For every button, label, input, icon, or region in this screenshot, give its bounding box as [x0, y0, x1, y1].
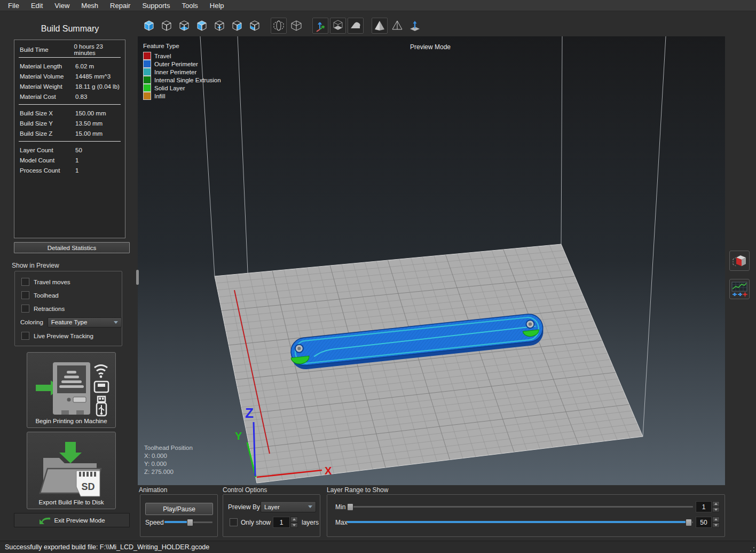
variable-settings-icon — [731, 281, 748, 298]
spin-down-button[interactable] — [712, 523, 720, 528]
begin-printing-button[interactable]: Begin Printing on Machine — [27, 352, 116, 428]
min-slider-handle[interactable] — [347, 503, 353, 511]
speed-label: Speed — [145, 519, 164, 526]
legend-item: Solid Layer — [143, 84, 221, 92]
usb-icon — [97, 396, 106, 416]
view-cube-solid-icon[interactable] — [141, 18, 157, 34]
spin-up-button[interactable] — [712, 501, 720, 507]
max-layer-spinbox[interactable]: 50 — [696, 517, 720, 528]
status-bar: Successfully exported build file: F:\\Mi… — [0, 541, 756, 553]
variable-settings-button[interactable] — [729, 279, 750, 299]
menu-item-file[interactable]: File — [2, 1, 25, 11]
menu-item-mesh[interactable]: Mesh — [75, 1, 104, 11]
legend-item: Travel — [143, 52, 221, 60]
max-label: Max — [335, 519, 348, 526]
spin-down-button[interactable] — [290, 523, 298, 528]
preview-by-dropdown[interactable]: Layer — [261, 501, 316, 512]
preview-checkbox-row: Retractions — [15, 302, 122, 315]
stat-value: 1 — [75, 167, 78, 174]
cross-section-tool-button[interactable] — [729, 251, 750, 271]
show-travel-plane-icon[interactable] — [348, 18, 364, 34]
spin-up-button[interactable] — [290, 517, 298, 523]
view-cube-right-icon[interactable] — [229, 18, 245, 34]
status-message: Successfully exported build file: F:\\Mi… — [5, 543, 209, 551]
summary-row: Material Cost0.83 — [14, 91, 125, 102]
exit-preview-mode-button[interactable]: Exit Preview Mode — [14, 513, 130, 527]
min-spin-value[interactable]: 1 — [696, 501, 712, 512]
toolhead-checkbox[interactable] — [21, 291, 29, 299]
surface-normals-icon[interactable] — [407, 18, 423, 34]
cross-section-icon[interactable] — [271, 18, 287, 34]
stat-label: Build Size X — [14, 110, 75, 116]
speed-slider-fill — [164, 521, 189, 523]
scene-canvas: X Y Z — [138, 36, 725, 485]
show-axes-icon[interactable] — [312, 18, 328, 34]
speed-slider-handle[interactable] — [187, 519, 193, 526]
layers-spinbox[interactable]: 1 — [273, 517, 298, 528]
cross-section-cube-icon — [731, 253, 747, 269]
menu-item-view[interactable]: View — [49, 1, 75, 11]
stat-value: 0.83 — [75, 94, 87, 100]
spin-up-button[interactable] — [712, 517, 720, 523]
retractions-checkbox[interactable] — [21, 305, 29, 313]
layers-label: layers — [302, 519, 319, 526]
max-layer-slider[interactable] — [347, 519, 693, 526]
menu-item-tools[interactable]: Tools — [176, 1, 203, 11]
menu-item-supports[interactable]: Supports — [136, 1, 176, 11]
stat-value: 50 — [75, 147, 82, 153]
panel-splitter-grip[interactable] — [136, 270, 139, 285]
legend-label: Solid Layer — [154, 85, 185, 91]
live-preview-tracking-row: Live Preview Tracking — [15, 329, 122, 342]
stat-label: Model Count — [14, 157, 75, 163]
wireframe-model-icon[interactable] — [389, 18, 405, 34]
play-pause-button[interactable]: Play/Pause — [145, 503, 213, 515]
view-cube-bottom-icon[interactable] — [176, 18, 192, 34]
stat-label: Material Volume — [14, 73, 75, 80]
preview-3d-viewport[interactable]: X Y Z Preview Mode Feature Type TravelOu… — [138, 36, 725, 485]
max-slider-handle[interactable] — [686, 519, 692, 526]
toolhead-position-title: Toolhead Position — [144, 444, 193, 452]
min-slider-track[interactable] — [347, 506, 693, 508]
view-cube-wireframe-icon[interactable] — [159, 18, 175, 34]
legend-swatch — [143, 52, 151, 60]
live-preview-tracking-checkbox[interactable] — [21, 332, 29, 340]
spin-down-button[interactable] — [712, 507, 720, 513]
only-show-checkbox[interactable] — [230, 518, 238, 526]
max-spin-value[interactable]: 50 — [696, 517, 712, 528]
control-options-group-label: Control Options — [223, 486, 267, 494]
menu-item-edit[interactable]: Edit — [25, 1, 49, 11]
summary-row: Build Size Z15.00 mm — [14, 128, 125, 138]
stat-label: Build Size Z — [14, 130, 75, 137]
layer-range-group-label: Layer Range to Show — [327, 486, 388, 494]
travel-moves-checkbox[interactable] — [21, 278, 29, 286]
layers-spin-value[interactable]: 1 — [273, 517, 290, 528]
export-build-file-button[interactable]: SD Export Build File to Disk — [27, 432, 116, 509]
solid-model-icon[interactable] — [372, 18, 388, 34]
wireframe-view-icon[interactable] — [288, 18, 304, 34]
stat-value: 6.02 m — [75, 63, 94, 69]
view-cube-back-icon[interactable] — [211, 18, 227, 34]
legend-label: Infill — [154, 93, 165, 99]
show-in-preview-group: Travel movesToolheadRetractions Coloring… — [14, 271, 122, 346]
summary-row: Layer Count50 — [14, 145, 125, 155]
begin-printing-label: Begin Printing on Machine — [35, 418, 107, 424]
preview-mode-label: Preview Mode — [398, 43, 462, 51]
summary-separator — [19, 57, 121, 58]
min-layer-slider[interactable] — [347, 503, 693, 511]
view-cube-front-icon[interactable] — [194, 18, 210, 34]
view-cube-left-icon[interactable] — [247, 18, 263, 34]
speed-slider[interactable] — [164, 519, 212, 526]
stat-value: 18.11 g (0.04 lb) — [75, 83, 120, 90]
menu-item-help[interactable]: Help — [204, 1, 230, 11]
coloring-dropdown[interactable]: Feature Type — [48, 317, 122, 328]
max-slider-fill — [347, 521, 689, 523]
live-preview-tracking-label: Live Preview Tracking — [34, 333, 93, 339]
z-axis-label: Z — [245, 405, 254, 421]
stat-label: Build Size Y — [14, 120, 75, 127]
show-build-table-icon[interactable] — [330, 18, 346, 34]
menu-item-repair[interactable]: Repair — [104, 1, 136, 11]
window-resize-grip[interactable] — [750, 547, 755, 552]
min-layer-spinbox[interactable]: 1 — [696, 501, 720, 512]
summary-row: Build Time0 hours 23 minutes — [14, 44, 125, 54]
detailed-statistics-button[interactable]: Detailed Statistics — [14, 242, 130, 253]
